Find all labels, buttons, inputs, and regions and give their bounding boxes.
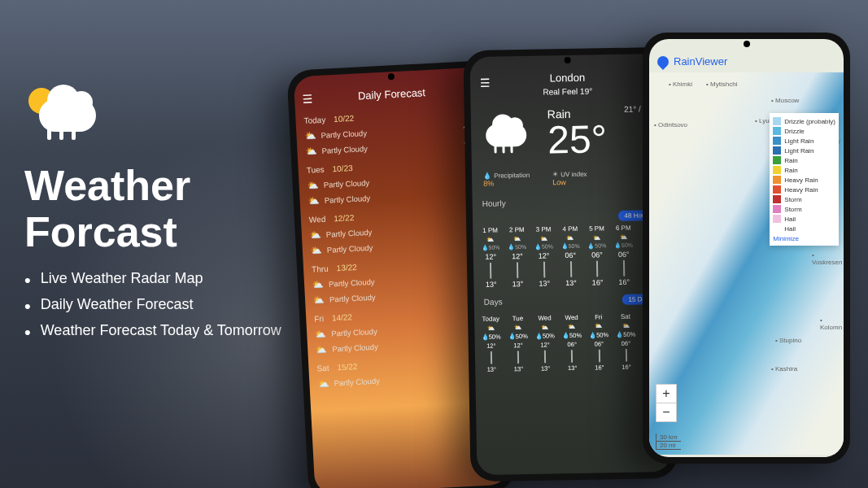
cloud-icon: ⛅ xyxy=(514,324,521,331)
rain-legend: Drizzle (probably)DrizzleLight RainLight… xyxy=(770,113,839,246)
cloud-icon: ⛅ xyxy=(541,323,548,330)
daily-forecast-item[interactable]: Wed⛅💧50%06°13° xyxy=(558,314,585,373)
legend-row: Heavy Rain xyxy=(773,175,835,185)
cloud-icon: ⛅ xyxy=(487,325,495,332)
legend-row: Light Rain xyxy=(773,136,835,146)
zoom-in-button[interactable]: + xyxy=(656,385,676,403)
feature-item: Daily Weather Forecast xyxy=(24,296,281,317)
zoom-control: + − xyxy=(656,384,677,422)
menu-icon[interactable]: ☰ xyxy=(303,92,314,106)
phone-rainviewer-map: RainViewer • Khimki• Mytishchi• Moscow• … xyxy=(643,33,850,464)
map-city-label: • Odintsovo xyxy=(654,121,687,129)
cloud-icon: ⛅ xyxy=(593,233,600,241)
hourly-forecast-item[interactable]: 3 PM⛅💧50%12°13° xyxy=(531,225,557,288)
cloud-icon: ⛅ xyxy=(566,234,574,242)
legend-row: Drizzle xyxy=(773,126,835,136)
feature-item: Weather Forecast Today & Tomorrow xyxy=(24,322,281,343)
daily-forecast-item[interactable]: Sat⛅💧50%06°16° xyxy=(613,313,639,372)
legend-row: Storm xyxy=(773,204,835,214)
map-city-label: • Voskresen xyxy=(812,251,844,266)
cloud-icon: ⛅ xyxy=(486,236,494,243)
legend-row: Rain xyxy=(773,155,835,165)
hourly-label: Hourly xyxy=(482,198,506,208)
map-city-label: • Kashira xyxy=(771,365,797,373)
hourly-forecast-item[interactable]: 6 PM⛅💧50%06°16° xyxy=(611,224,637,287)
hourly-forecast-item[interactable]: 5 PM⛅💧50%06°16° xyxy=(584,224,610,287)
cloud-icon: ⛅ xyxy=(595,322,602,329)
daily-forecast-item[interactable]: Today⛅💧50%12°13° xyxy=(478,315,504,373)
hero-title: Weather Forcast xyxy=(24,163,281,255)
daily-forecast-item[interactable]: Fri⛅💧50%06°16° xyxy=(586,313,613,372)
cloud-icon: ⛅ xyxy=(316,344,328,355)
legend-row: Drizzle (probably) xyxy=(773,116,835,126)
map-city-label: • Mytishchi xyxy=(706,81,737,88)
cloud-icon: ⛅ xyxy=(310,229,322,241)
daily-forecast-item[interactable]: Wed⛅💧50%12°13° xyxy=(531,314,558,373)
minimize-button[interactable]: Minimize xyxy=(773,235,835,242)
hourly-forecast-item[interactable]: 4 PM⛅💧50%06°13° xyxy=(557,225,583,288)
cloud-icon: ⛅ xyxy=(312,279,325,290)
cloud-icon: ⛅ xyxy=(313,294,325,306)
cloud-icon: ⛅ xyxy=(620,233,627,241)
rain-cloud-icon xyxy=(482,114,532,155)
hero-features: Live Weather Radar Map Daily Weather For… xyxy=(24,270,281,343)
menu-icon[interactable]: ☰ xyxy=(480,76,491,89)
legend-row: Light Rain xyxy=(773,146,835,155)
cloud-icon: ⛅ xyxy=(568,323,575,330)
cloud-icon: ⛅ xyxy=(307,180,319,191)
map-city-label: • Kolomn xyxy=(820,316,844,331)
hourly-forecast-strip[interactable]: 1 PM⛅💧50%12°13°2 PM⛅💧50%12°13°3 PM⛅💧50%1… xyxy=(473,224,668,289)
cloud-icon: ⛅ xyxy=(305,146,317,157)
cloud-icon: ⛅ xyxy=(311,245,323,256)
hourly-forecast-item[interactable]: 1 PM⛅💧50%12°13° xyxy=(478,226,504,289)
feature-item: Live Weather Radar Map xyxy=(24,270,281,291)
cloud-icon: ⛅ xyxy=(304,130,316,142)
uv-stat: ☀UV index Low xyxy=(552,171,587,187)
legend-row: Heavy Rain xyxy=(773,185,835,194)
legend-row: Hail xyxy=(773,224,835,233)
hourly-forecast-item[interactable]: 2 PM⛅💧50%12°13° xyxy=(504,226,530,289)
zoom-out-button[interactable]: − xyxy=(656,403,676,421)
precipitation-icon: 💧 xyxy=(483,172,491,180)
current-temp: 25° xyxy=(547,120,607,159)
cloud-icon: ⛅ xyxy=(317,378,329,390)
legend-row: Hail xyxy=(773,214,835,224)
map-city-label: • Stupino xyxy=(775,337,801,344)
cloud-icon: ⛅ xyxy=(513,235,521,242)
days-label: Days xyxy=(484,297,503,306)
map-city-label: • Moscow xyxy=(771,97,799,104)
map-city-label: • Khimki xyxy=(669,81,692,88)
cloud-icon: ⛅ xyxy=(315,329,327,340)
raindrop-icon xyxy=(655,54,671,70)
uv-icon: ☀ xyxy=(552,171,558,178)
radar-map[interactable]: • Khimki• Mytishchi• Moscow• Odintsovo• … xyxy=(649,72,844,455)
daily-forecast-strip[interactable]: Today⛅💧50%12°13°Tue⛅💧50%12°13°Wed⛅💧50%12… xyxy=(474,309,670,373)
map-scale: 30 km 20 mi xyxy=(656,434,681,450)
legend-row: Storm xyxy=(773,194,835,204)
cloud-icon: ⛅ xyxy=(622,322,630,329)
cloud-icon: ⛅ xyxy=(540,234,547,242)
cloud-icon: ⛅ xyxy=(308,195,320,207)
precipitation-stat: 💧Precipitation 8% xyxy=(483,172,530,188)
hero-panel: Weather Forcast Live Weather Radar Map D… xyxy=(24,81,281,348)
daily-forecast-item[interactable]: Tue⛅💧50%12°13° xyxy=(504,315,531,373)
legend-row: Rain xyxy=(773,165,835,175)
weather-logo-icon xyxy=(24,81,98,155)
city-name: London xyxy=(480,70,655,85)
